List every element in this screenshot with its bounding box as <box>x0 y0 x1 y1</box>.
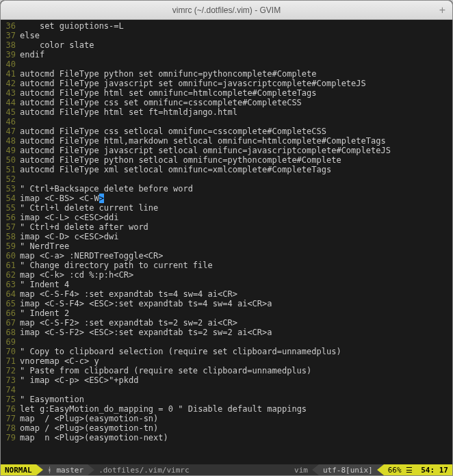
scroll-percent: 66% ☰ <box>384 464 417 475</box>
code-line[interactable]: 52 <box>1 174 452 184</box>
code-content[interactable]: " Change directory path to current file <box>20 261 452 270</box>
code-line[interactable]: 62map <C-k> :cd %:p:h<CR> <box>1 270 452 280</box>
code-line[interactable]: 72" Paste from clipboard (require sete c… <box>1 366 452 375</box>
code-content[interactable] <box>20 117 452 127</box>
code-line[interactable]: 63" Indent 4 <box>1 280 452 289</box>
code-line[interactable]: 64map <C-S-F4> :set expandtab ts=4 sw=4 … <box>1 289 452 299</box>
line-number: 63 <box>1 280 20 289</box>
code-line[interactable]: 77map / <Plug>(easymotion-sn) <box>1 414 452 423</box>
code-content[interactable]: map / <Plug>(easymotion-sn) <box>20 414 452 423</box>
code-line[interactable]: 40 <box>1 60 452 69</box>
code-line[interactable]: 78omap / <Plug>(easymotion-tn) <box>1 423 452 433</box>
code-content[interactable]: autocmd FileType css set omnifunc=csscom… <box>20 98 452 107</box>
code-content[interactable]: " Indent 2 <box>20 308 452 318</box>
code-line[interactable]: 47autocmd FileType css setlocal omnifunc… <box>1 127 452 136</box>
code-line[interactable]: 65imap <C-S-F4> <ESC>:set expandtab ts=4… <box>1 299 452 308</box>
code-content[interactable]: map <C-S-F4> :set expandtab ts=4 sw=4 ai… <box>20 289 452 299</box>
code-line[interactable]: 41autocmd FileType python set omnifunc=p… <box>1 69 452 79</box>
code-content[interactable]: endif <box>20 50 452 60</box>
code-line[interactable]: 55" Ctrl+l delete current line <box>1 203 452 213</box>
code-content[interactable] <box>20 60 452 69</box>
code-line[interactable]: 66" Indent 2 <box>1 308 452 318</box>
code-content[interactable]: imap <C-D> c<ESC>dwi <box>20 232 452 241</box>
code-content[interactable] <box>20 337 452 347</box>
code-line[interactable]: 70" Copy to clipboard selection (require… <box>1 347 452 356</box>
code-content[interactable]: autocmd FileType javascript set omnifunc… <box>20 79 452 88</box>
code-line[interactable]: 44autocmd FileType css set omnifunc=cssc… <box>1 98 452 107</box>
code-content[interactable]: imap <C-S-F4> <ESC>:set expandtab ts=4 s… <box>20 299 452 308</box>
code-line[interactable]: 43autocmd FileType html set omnifunc=htm… <box>1 88 452 98</box>
code-content[interactable]: vnoremap <C-c> y <box>20 356 452 366</box>
code-content[interactable]: let g:EasyMotion_do_mapping = 0 " Disabl… <box>20 404 452 414</box>
code-content[interactable]: autocmd FileType javascript setlocal omn… <box>20 146 452 155</box>
code-content[interactable]: " Ctrl+d delete after word <box>20 222 452 232</box>
code-content[interactable]: " imap <C-p> <ESC>"+pkdd <box>20 375 452 385</box>
code-line[interactable]: 59" NerdTree <box>1 241 452 251</box>
code-line[interactable]: 46 <box>1 117 452 127</box>
code-content[interactable]: " Indent 4 <box>20 280 452 289</box>
code-content[interactable]: omap / <Plug>(easymotion-tn) <box>20 423 452 433</box>
code-line[interactable]: 67map <C-S-F2> :set expandtab ts=2 sw=2 … <box>1 318 452 328</box>
code-line[interactable]: 57" Ctrl+d delete after word <box>1 222 452 232</box>
code-content[interactable]: map <C-S-F2> :set expandtab ts=2 sw=2 ai… <box>20 318 452 328</box>
code-line[interactable]: 76let g:EasyMotion_do_mapping = 0 " Disa… <box>1 404 452 414</box>
code-line[interactable]: 53" Ctrl+Backsapce delete before word <box>1 184 452 194</box>
code-line[interactable]: 49autocmd FileType javascript setlocal o… <box>1 146 452 155</box>
code-content[interactable]: imap <C-L> c<ESC>ddi <box>20 213 452 222</box>
code-content[interactable]: " Ctrl+Backsapce delete before word <box>20 184 452 194</box>
code-line[interactable]: 60map <C-a> :NERDTreeToggle<CR> <box>1 251 452 261</box>
editor-area[interactable]: 36 set guioptions-=L37else38 color slate… <box>1 20 452 464</box>
code-line[interactable]: 39endif <box>1 50 452 60</box>
code-content[interactable]: map <C-a> :NERDTreeToggle<CR> <box>20 251 452 261</box>
titlebar[interactable]: vimrc (~/.dotfiles/.vim) - GVIM + <box>1 1 452 20</box>
code-content[interactable]: " Copy to clipboard selection (require s… <box>20 347 452 356</box>
code-content[interactable]: " NerdTree <box>20 241 452 251</box>
code-content[interactable]: map n <Plug>(easymotion-next) <box>20 433 452 442</box>
code-line[interactable]: 36 set guioptions-=L <box>1 21 452 31</box>
code-line[interactable]: 50autocmd FileType python setlocal omnif… <box>1 155 452 165</box>
code-content[interactable]: autocmd FileType css setlocal omnifunc=c… <box>20 127 452 136</box>
code-content[interactable]: " Paste from clipboard (require sete cli… <box>20 366 452 375</box>
code-content[interactable]: autocmd FileType html,markdown setlocal … <box>20 136 452 146</box>
code-content[interactable]: autocmd FileType html set omnifunc=htmlc… <box>20 88 452 98</box>
code-line[interactable]: 79map n <Plug>(easymotion-next) <box>1 433 452 442</box>
code-line[interactable]: 58imap <C-D> c<ESC>dwi <box>1 232 452 241</box>
code-content[interactable]: autocmd FileType html set ft=htmldjango.… <box>20 107 452 117</box>
code-content[interactable]: " Easymontion <box>20 395 452 404</box>
code-content[interactable]: else <box>20 31 452 40</box>
code-line[interactable]: 68imap <C-S-F2> <ESC>:set expandtab ts=2… <box>1 328 452 337</box>
code-line[interactable]: 73" imap <C-p> <ESC>"+pkdd <box>1 375 452 385</box>
code-line[interactable]: 74 <box>1 385 452 395</box>
code-content[interactable]: imap <C-S-F2> <ESC>:set expandtab ts=2 s… <box>20 328 452 337</box>
line-number: 44 <box>1 98 20 107</box>
code-line[interactable]: 69 <box>1 337 452 347</box>
line-number: 61 <box>1 261 20 270</box>
code-line[interactable]: 75" Easymontion <box>1 395 452 404</box>
code-content[interactable]: set guioptions-=L <box>20 21 452 31</box>
code-content[interactable]: " Ctrl+l delete current line <box>20 203 452 213</box>
code-line[interactable]: 54imap <C-BS> <C-W> <box>1 194 452 203</box>
code-line[interactable]: 56imap <C-L> c<ESC>ddi <box>1 213 452 222</box>
code-line[interactable]: 42autocmd FileType javascript set omnifu… <box>1 79 452 88</box>
code-line[interactable]: 71vnoremap <C-c> y <box>1 356 452 366</box>
code-content[interactable]: imap <C-BS> <C-W> <box>20 194 452 203</box>
plus-icon[interactable]: + <box>439 4 445 16</box>
code-content[interactable] <box>20 174 452 184</box>
code-content[interactable]: autocmd FileType xml setlocal omnifunc=x… <box>20 165 452 174</box>
code-line[interactable]: 61" Change directory path to current fil… <box>1 261 452 270</box>
line-number: 60 <box>1 251 20 261</box>
code-content[interactable]: map <C-k> :cd %:p:h<CR> <box>20 270 452 280</box>
code-content[interactable] <box>20 385 452 395</box>
code-line[interactable]: 37else <box>1 31 452 40</box>
code-line[interactable]: 48autocmd FileType html,markdown setloca… <box>1 136 452 146</box>
code-line[interactable]: 51autocmd FileType xml setlocal omnifunc… <box>1 165 452 174</box>
line-number: 76 <box>1 404 20 414</box>
code-line[interactable]: 38 color slate <box>1 40 452 50</box>
code-content[interactable]: autocmd FileType python set omnifunc=pyt… <box>20 69 452 79</box>
code-content[interactable]: color slate <box>20 40 452 50</box>
code-line[interactable]: 45autocmd FileType html set ft=htmldjang… <box>1 107 452 117</box>
code-content[interactable]: autocmd FileType python setlocal omnifun… <box>20 155 452 165</box>
line-number: 50 <box>1 155 20 165</box>
line-number: 53 <box>1 184 20 194</box>
line-number: 68 <box>1 328 20 337</box>
